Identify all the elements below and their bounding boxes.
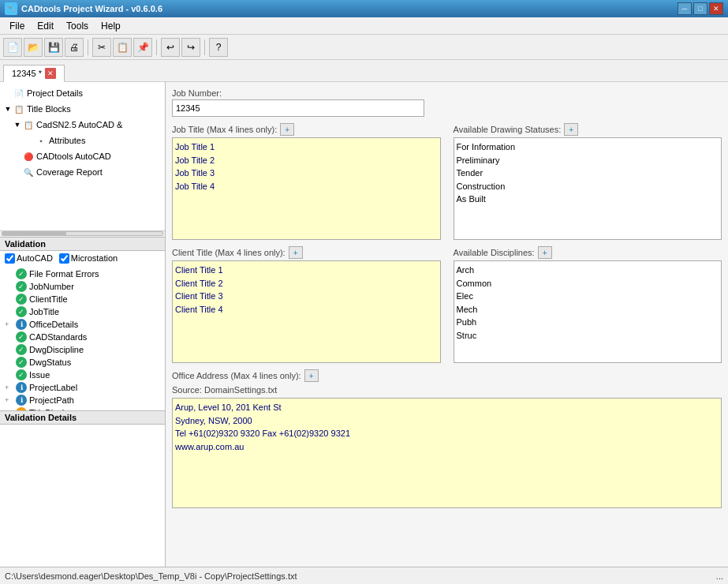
tree-item-title-blocks[interactable]: ▼ 📋 Title Blocks (0, 101, 165, 117)
office-address-area[interactable]: Arup, Level 10, 201 Kent St Sydney, NSW,… (172, 398, 722, 508)
microstation-label: Microstation (71, 253, 118, 263)
validation-details-header: Validation Details (0, 410, 165, 425)
cadsn25-icon: 📋 (22, 118, 35, 131)
val-job-number[interactable]: ✓ JobNumber (0, 280, 165, 293)
client-title-line-4: Client Title 4 (175, 303, 438, 316)
val-project-label[interactable]: + ℹ ProjectLabel (0, 381, 165, 394)
val-job-title[interactable]: ✓ JobTitle (0, 305, 165, 318)
menu-bar: File Edit Tools Help (0, 17, 728, 35)
toolbar-separator-2 (156, 39, 157, 55)
validation-tree: ✓ File Format Errors ✓ JobNumber ✓ Clien… (0, 266, 165, 411)
client-title-section-label: Client Title (Max 4 lines only): + (172, 246, 441, 259)
discipline-line-1: Arch (457, 264, 719, 277)
val-label-issue: Issue (29, 370, 50, 380)
status-green-icon-8: ✓ (16, 369, 27, 380)
val-label-project-path: ProjectPath (29, 395, 74, 405)
val-cad-standards[interactable]: ✓ CADStandards (0, 331, 165, 343)
val-dwg-status[interactable]: ✓ DwgStatus (0, 356, 165, 369)
job-number-input[interactable] (172, 99, 424, 117)
minimize-button[interactable]: ─ (678, 2, 692, 15)
office-address-line-2: Sydney, NSW, 2000 (175, 414, 719, 428)
menu-edit[interactable]: Edit (31, 19, 60, 33)
job-title-line-1: Job Title 1 (175, 140, 438, 154)
drawing-statuses-add-button[interactable]: + (564, 123, 578, 136)
val-project-path[interactable]: + ℹ ProjectPath (0, 394, 165, 406)
redo-button[interactable]: ↪ (181, 38, 200, 57)
office-address-label-text: Office Address (Max 4 lines only): (172, 371, 301, 380)
microstation-checkbox[interactable] (59, 253, 69, 264)
status-green-icon-3: ✓ (16, 294, 27, 305)
status-green-icon-4: ✓ (16, 306, 27, 317)
open-button[interactable]: 📂 (24, 38, 43, 57)
tree-label-project-details: Project Details (27, 88, 83, 98)
job-title-line-4: Job Title 4 (175, 180, 438, 193)
maximize-button[interactable]: □ (693, 2, 707, 15)
tree-label-cadsn25: CadSN2.5 AutoCAD & (36, 120, 122, 129)
tree-item-cadsn25[interactable]: ▼ 📋 CadSN2.5 AutoCAD & (0, 117, 165, 133)
undo-button[interactable]: ↩ (161, 38, 180, 57)
tab-close-button[interactable]: ✕ (45, 68, 56, 79)
autocad-check-label[interactable]: AutoCAD (5, 253, 53, 264)
tree-section: 📄 Project Details ▼ 📋 Title Blocks ▼ 📋 C… (0, 82, 165, 230)
client-title-line-2: Client Title 2 (175, 277, 438, 290)
cut-button[interactable]: ✂ (92, 38, 111, 57)
new-button[interactable]: 📄 (3, 38, 22, 57)
tree-item-coverage-report[interactable]: 🔍 Coverage Report (0, 164, 165, 180)
left-panel: 📄 Project Details ▼ 📋 Title Blocks ▼ 📋 C… (0, 82, 166, 567)
client-title-col: Client Title (Max 4 lines only): + Clien… (172, 246, 441, 363)
drawing-statuses-area[interactable]: For Information Preliminary Tender Const… (454, 137, 722, 240)
drawing-status-line-1: For Information (457, 140, 719, 154)
val-label-client-title: ClientTitle (29, 294, 68, 304)
val-label-job-title: JobTitle (29, 307, 59, 316)
expand-icon-cadsn: ▼ (13, 120, 22, 129)
help-button[interactable]: ? (209, 38, 228, 57)
drawing-status-line-5: As Built (457, 193, 719, 206)
job-title-area[interactable]: Job Title 1 Job Title 2 Job Title 3 Job … (172, 137, 441, 240)
disciplines-section-label: Available Disciplines: + (454, 246, 722, 259)
val-client-title[interactable]: ✓ ClientTitle (0, 293, 165, 305)
paste-button[interactable]: 📌 (133, 38, 152, 57)
job-title-add-button[interactable]: + (280, 123, 294, 136)
expand-icon-cad (13, 152, 22, 161)
disciplines-col: Available Disciplines: + Arch Common Ele… (454, 246, 722, 363)
val-label-project-label: ProjectLabel (29, 383, 77, 392)
tab-12345[interactable]: 12345 * ✕ (3, 65, 65, 82)
autocad-checkbox[interactable] (5, 253, 15, 264)
val-file-format-errors[interactable]: ✓ File Format Errors (0, 268, 165, 280)
office-address-line-4: www.arup.com.au (175, 440, 719, 454)
tree-item-project-details[interactable]: 📄 Project Details (0, 85, 165, 101)
val-dwg-discipline[interactable]: ✓ DwgDiscipline (0, 343, 165, 356)
disciplines-add-button[interactable]: + (538, 246, 552, 259)
status-blue-icon-2: ℹ (16, 382, 27, 393)
close-button[interactable]: ✕ (709, 2, 723, 15)
menu-help[interactable]: Help (95, 19, 127, 33)
client-title-add-button[interactable]: + (289, 246, 303, 259)
autocad-label: AutoCAD (17, 253, 53, 263)
tree-item-attributes[interactable]: ▪ Attributes (0, 133, 165, 148)
copy-button[interactable]: 📋 (113, 38, 132, 57)
tree-item-cadtools-autocad[interactable]: 🔴 CADtools AutoCAD (0, 148, 165, 164)
val-label-file-format: File Format Errors (29, 269, 99, 279)
save-button[interactable]: 💾 (44, 38, 63, 57)
menu-tools[interactable]: Tools (60, 19, 95, 33)
val-office-details[interactable]: + ℹ OfficeDetails (0, 318, 165, 331)
app-icon: 🔧 (5, 2, 17, 15)
print-button[interactable]: 🖨 (65, 38, 84, 57)
office-address-line-1: Arup, Level 10, 201 Kent St (175, 401, 719, 414)
val-label-job-number: JobNumber (29, 282, 74, 291)
status-bar: C:\Users\desmond.eager\Desktop\Des_Temp_… (0, 567, 728, 584)
office-address-add-button[interactable]: + (304, 369, 319, 382)
val-issue[interactable]: ✓ Issue (0, 369, 165, 381)
drawing-statuses-label-text: Available Drawing Statuses: (454, 125, 562, 134)
discipline-line-3: Elec (457, 290, 719, 303)
status-green-icon-1: ✓ (16, 268, 27, 279)
tree-label-cadtools-autocad: CADtools AutoCAD (36, 152, 111, 161)
discipline-line-2: Common (457, 277, 719, 290)
drawing-statuses-col: Available Drawing Statuses: + For Inform… (454, 123, 722, 240)
menu-file[interactable]: File (3, 19, 31, 33)
client-title-area[interactable]: Client Title 1 Client Title 2 Client Tit… (172, 260, 441, 363)
microstation-check-label[interactable]: Microstation (59, 253, 118, 264)
status-blue-icon-3: ℹ (16, 395, 27, 406)
toolbar-separator-1 (88, 39, 88, 55)
disciplines-area[interactable]: Arch Common Elec Mech Pubh Struc (454, 260, 722, 363)
